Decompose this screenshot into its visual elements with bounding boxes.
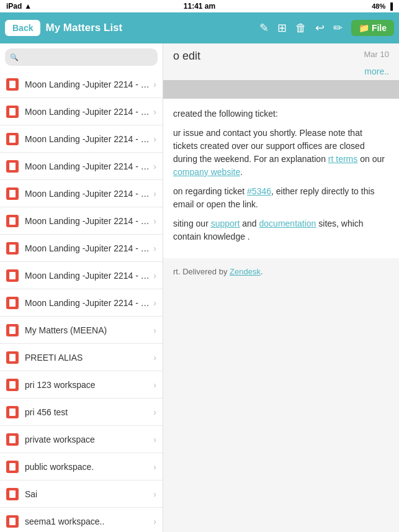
header-icons: ✎ ⊞ 🗑 ↩ ✏ 📁 File bbox=[259, 20, 394, 36]
zendesk-link[interactable]: Zendesk bbox=[230, 267, 261, 276]
matter-label: Moon Landing -Jupiter 2214 - 0010 bbox=[25, 161, 151, 171]
file-button[interactable]: 📁 File bbox=[351, 20, 394, 36]
chevron-right-icon: › bbox=[153, 134, 156, 144]
left-pane: Moon Landing -Jupiter 2214 - 0010›Moon L… bbox=[0, 43, 163, 532]
matter-label: Moon Landing -Jupiter 2214 - 0011 bbox=[25, 243, 151, 253]
status-bar-left: iPad ▲ bbox=[6, 2, 32, 11]
list-item[interactable]: Moon Landing -Jupiter 2214 - 0011› bbox=[0, 207, 163, 235]
matter-label: Moon Landing -Jupiter 2214 - 0012 bbox=[25, 271, 151, 281]
chevron-right-icon: › bbox=[153, 325, 156, 335]
list-item[interactable]: Moon Landing -Jupiter 2214 - 0010› bbox=[0, 180, 163, 207]
chevron-right-icon: › bbox=[153, 161, 156, 171]
app-header: Back My Matters List ✎ ⊞ 🗑 ↩ ✏ 📁 File bbox=[0, 12, 399, 43]
compose-icon[interactable]: ✏ bbox=[333, 21, 343, 35]
trash-icon[interactable]: 🗑 bbox=[295, 22, 307, 35]
matter-icon bbox=[6, 461, 19, 473]
matter-icon bbox=[6, 351, 19, 364]
list-item[interactable]: My Matters (MEENA)› bbox=[0, 317, 163, 344]
status-bar-right: 48% ▐ bbox=[372, 2, 393, 10]
chevron-right-icon: › bbox=[153, 298, 156, 308]
right-title: o edit bbox=[173, 50, 200, 63]
matter-icon bbox=[6, 78, 19, 91]
list-item[interactable]: seema1 workspace..› bbox=[0, 508, 163, 532]
matter-label: Moon Landing -Jupiter 2214 - 0010 bbox=[25, 189, 151, 199]
email-footer: rt. Delivered by Zendesk. bbox=[163, 258, 399, 285]
matter-label: Moon Landing -Jupiter 2214 - 0011 bbox=[25, 216, 151, 226]
matter-label: pri 123 workspace bbox=[25, 380, 151, 390]
matter-icon bbox=[6, 379, 19, 391]
matters-list: Moon Landing -Jupiter 2214 - 0010›Moon L… bbox=[0, 71, 163, 532]
email-para-1: created the following ticket: bbox=[173, 107, 389, 120]
status-bar-time: 11:41 am bbox=[184, 2, 215, 11]
file-label: File bbox=[372, 23, 387, 33]
list-item[interactable]: public workspace.› bbox=[0, 453, 163, 480]
email-para-2: ur issue and contact you shortly. Please… bbox=[173, 127, 389, 179]
chevron-right-icon: › bbox=[153, 271, 156, 281]
list-item[interactable]: pri 456 test› bbox=[0, 399, 163, 426]
chevron-right-icon: › bbox=[153, 243, 156, 253]
matter-icon bbox=[6, 324, 19, 336]
search-input[interactable] bbox=[5, 48, 158, 66]
status-bar: iPad ▲ 11:41 am 48% ▐ bbox=[0, 0, 399, 12]
matter-label: Moon Landing -Jupiter 2214 - 0010 bbox=[25, 107, 151, 117]
matter-icon bbox=[6, 433, 19, 446]
documentation-link[interactable]: documentation bbox=[259, 219, 316, 228]
email-content: created the following ticket: ur issue a… bbox=[163, 99, 399, 258]
chevron-right-icon: › bbox=[153, 353, 156, 363]
edit-icon[interactable]: ✎ bbox=[259, 21, 269, 35]
matter-icon bbox=[6, 242, 19, 255]
back-button[interactable]: Back bbox=[5, 20, 40, 36]
more-link[interactable]: more.. bbox=[163, 66, 399, 80]
matter-icon bbox=[6, 215, 19, 227]
list-item[interactable]: Moon Landing -Jupiter 2214 - 0010› bbox=[0, 125, 163, 153]
matter-label: PREETI ALIAS bbox=[25, 353, 151, 363]
right-header: o edit Mar 10 bbox=[163, 43, 399, 66]
right-pane: o edit Mar 10 more.. created the followi… bbox=[163, 43, 399, 532]
matter-label: public workspace. bbox=[25, 462, 151, 472]
carrier-label: iPad bbox=[6, 2, 22, 11]
list-item[interactable]: private workspace› bbox=[0, 426, 163, 453]
matter-icon bbox=[6, 269, 19, 282]
list-item[interactable]: pri 123 workspace› bbox=[0, 371, 163, 399]
matter-icon bbox=[6, 406, 19, 418]
support-link[interactable]: support bbox=[211, 219, 240, 228]
company-website-link[interactable]: company website bbox=[173, 167, 240, 177]
matter-icon bbox=[6, 297, 19, 309]
list-item[interactable]: Moon Landing -Jupiter 2214 - 0012› bbox=[0, 262, 163, 289]
matter-label: pri 456 test bbox=[25, 407, 151, 417]
list-item[interactable]: Moon Landing -Jupiter 2214 - 0011› bbox=[0, 235, 163, 262]
matter-icon bbox=[6, 133, 19, 145]
chevron-right-icon: › bbox=[153, 407, 156, 417]
battery-icon: ▐ bbox=[388, 2, 393, 10]
list-item[interactable]: Moon Landing -Jupiter 2214 - 0010› bbox=[0, 71, 163, 98]
right-date: Mar 10 bbox=[364, 50, 389, 59]
file-icon: 📁 bbox=[359, 23, 369, 33]
matter-label: Moon Landing -Jupiter 2214 - 0010 bbox=[25, 79, 151, 89]
reply-icon[interactable]: ↩ bbox=[315, 21, 325, 35]
list-item[interactable]: Sai› bbox=[0, 480, 163, 508]
wifi-icon: ▲ bbox=[24, 2, 32, 11]
chevron-right-icon: › bbox=[153, 489, 156, 499]
matter-label: Moon Landing -Jupiter 2214 - 0010 bbox=[25, 134, 151, 144]
list-item[interactable]: Moon Landing -Jupiter 2214 - 0010› bbox=[0, 98, 163, 125]
chevron-right-icon: › bbox=[153, 189, 156, 199]
email-body-gray bbox=[163, 80, 399, 99]
matter-label: Moon Landing -Jupiter 2214 - 0012 bbox=[25, 298, 151, 308]
chevron-right-icon: › bbox=[153, 216, 156, 226]
ticket-number-link[interactable]: #5346 bbox=[247, 186, 271, 196]
list-item[interactable]: Moon Landing -Jupiter 2214 - 0010› bbox=[0, 153, 163, 180]
matter-icon bbox=[6, 160, 19, 173]
folder-icon[interactable]: ⊞ bbox=[277, 21, 287, 35]
list-item[interactable]: PREETI ALIAS› bbox=[0, 344, 163, 371]
list-item[interactable]: Moon Landing -Jupiter 2214 - 0012› bbox=[0, 289, 163, 317]
matter-icon bbox=[6, 187, 19, 200]
chevron-right-icon: › bbox=[153, 462, 156, 472]
matter-icon bbox=[6, 488, 19, 500]
chevron-right-icon: › bbox=[153, 435, 156, 444]
support-terms-link[interactable]: rt terms bbox=[328, 154, 357, 164]
chevron-right-icon: › bbox=[153, 380, 156, 390]
chevron-right-icon: › bbox=[153, 107, 156, 117]
header-title: My Matters List bbox=[45, 22, 254, 34]
chevron-right-icon: › bbox=[153, 516, 156, 526]
email-para-4: siting our support and documentation sit… bbox=[173, 217, 389, 243]
